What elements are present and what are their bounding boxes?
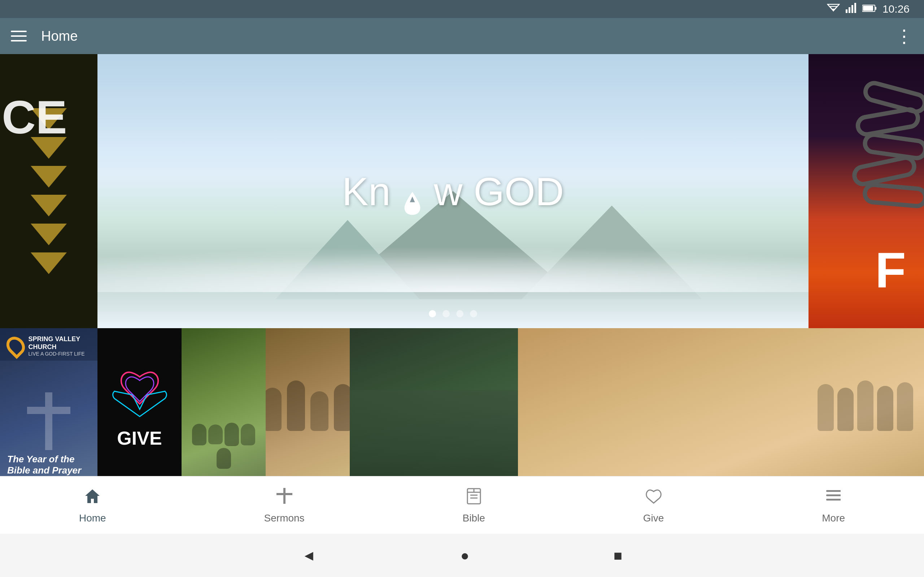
wifi-icon	[827, 3, 840, 16]
back-button[interactable]: ◄	[302, 548, 316, 564]
card-6-people	[518, 328, 924, 483]
home-icon	[83, 487, 102, 509]
give-label: GIVE	[117, 427, 162, 449]
battery-icon	[862, 3, 877, 15]
signal-icon	[846, 3, 856, 16]
give-icon	[644, 487, 663, 509]
home-button[interactable]: ●	[460, 548, 469, 564]
cloud-base	[97, 256, 809, 328]
hero-right-letter: F	[875, 241, 906, 299]
dot-4[interactable]	[470, 310, 477, 318]
left-card-partial-text: CE	[2, 90, 67, 144]
card-3-people	[181, 328, 266, 483]
give-content: GIVE	[97, 328, 181, 483]
svg-rect-9	[27, 407, 70, 414]
bible-label: Bible	[463, 513, 485, 524]
card-indoor-group[interactable]	[518, 328, 924, 483]
nav-sermons[interactable]: Sermons	[250, 483, 319, 528]
svg-rect-11	[276, 493, 292, 495]
status-time: 10:26	[882, 3, 909, 15]
toolbar-title: Home	[41, 29, 895, 44]
hero-title: Kn w GOD	[342, 168, 564, 214]
nav-bible[interactable]: Bible	[448, 483, 499, 528]
dot-1[interactable]	[429, 310, 436, 318]
nav-give[interactable]: Give	[629, 483, 678, 528]
card-outdoor-group[interactable]	[181, 328, 266, 483]
svg-rect-17	[826, 490, 841, 492]
card-5-overlay	[350, 390, 518, 483]
card-make-difference[interactable]: Make a DIFFERENCE	[350, 328, 518, 483]
more-icon	[824, 487, 843, 509]
sermons-label: Sermons	[264, 513, 305, 524]
svg-rect-18	[826, 495, 841, 496]
recents-button[interactable]: ■	[614, 548, 622, 564]
give-nav-label: Give	[643, 513, 664, 524]
church-name: SPRING VALLEY CHURCH	[29, 335, 97, 351]
dot-3[interactable]	[456, 310, 464, 318]
give-hands-svg	[103, 363, 176, 420]
svg-rect-22	[839, 499, 841, 501]
svg-rect-6	[863, 6, 873, 11]
hero-title-w: w GOD	[434, 168, 564, 214]
bible-icon	[465, 487, 483, 509]
card-give[interactable]: GIVE	[97, 328, 181, 483]
svg-rect-5	[875, 7, 876, 10]
svg-rect-10	[283, 488, 286, 504]
card-1-caption: The Year of the Bible and Prayer	[7, 454, 90, 476]
home-label: Home	[79, 513, 106, 524]
svg-rect-1	[848, 7, 850, 13]
drop-icon	[399, 179, 425, 204]
card-people-hugging[interactable]	[266, 328, 350, 483]
dot-2[interactable]	[443, 310, 450, 318]
hero-left-card[interactable]: CE	[0, 54, 97, 328]
church-logo: SPRING VALLEY CHURCH LIVE A GOD-FIRST LI…	[7, 335, 97, 357]
hero-title-know: Kn	[342, 168, 391, 214]
hero-center-card[interactable]: Kn w GOD	[97, 54, 809, 328]
bottom-nav: Home Sermons Bible Give	[0, 476, 924, 534]
status-bar: 10:26	[0, 0, 924, 18]
hamburger-menu-button[interactable]	[11, 31, 27, 42]
church-tagline: LIVE A GOD-FIRST LIFE	[29, 351, 97, 357]
svg-rect-20	[839, 490, 841, 492]
toolbar: Home ⋮	[0, 18, 924, 54]
more-vert-button[interactable]: ⋮	[895, 27, 913, 45]
svg-rect-2	[851, 5, 853, 13]
carousel-dots	[429, 310, 477, 318]
hero-right-card[interactable]: F	[809, 54, 924, 328]
nav-more[interactable]: More	[808, 483, 859, 528]
svg-rect-8	[45, 392, 52, 450]
nav-home[interactable]: Home	[65, 483, 121, 528]
system-nav-bar: ◄ ● ■	[0, 534, 924, 577]
card-spring-valley[interactable]: SPRING VALLEY CHURCH LIVE A GOD-FIRST LI…	[0, 328, 97, 483]
chain-decoration	[848, 87, 924, 206]
svg-rect-19	[826, 499, 841, 501]
svg-rect-21	[839, 495, 841, 496]
sermons-icon	[275, 487, 294, 509]
cards-section: SPRING VALLEY CHURCH LIVE A GOD-FIRST LI…	[0, 328, 924, 483]
hero-carousel[interactable]: CE Kn w GOD	[0, 54, 924, 328]
main-content: CE Kn w GOD	[0, 54, 924, 519]
more-nav-label: More	[822, 513, 845, 524]
svg-rect-3	[855, 3, 856, 13]
svg-rect-0	[846, 10, 848, 13]
card-4-people	[266, 328, 350, 483]
